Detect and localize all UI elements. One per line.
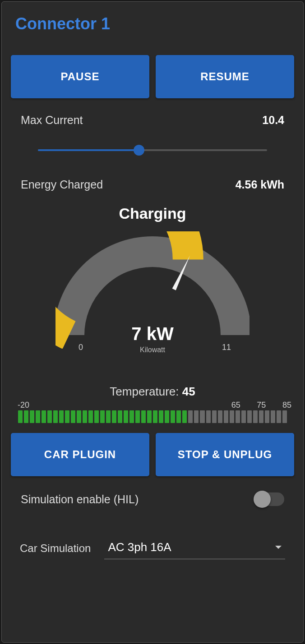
temperature-segment xyxy=(100,410,105,423)
temperature-segment xyxy=(53,410,58,423)
max-current-slider[interactable] xyxy=(38,149,267,151)
sim-enable-label: Simulation enable (HIL) xyxy=(21,493,139,506)
sim-enable-row: Simulation enable (HIL) xyxy=(11,492,294,506)
energy-row: Energy Charged 4.56 kWh xyxy=(11,178,294,191)
temperature-segment xyxy=(18,410,23,423)
temperature-segment xyxy=(176,410,181,423)
temperature-segment xyxy=(112,410,116,423)
temperature-segment xyxy=(200,410,204,423)
temperature-segment xyxy=(212,410,217,423)
temperature-label: Temperature: 45 xyxy=(18,385,287,399)
temperature-segment xyxy=(277,410,281,423)
max-current-row: Max Current 10.4 xyxy=(11,114,294,127)
pause-button[interactable]: PAUSE xyxy=(11,55,149,98)
temperature-segment xyxy=(159,410,163,423)
temperature-value: 45 xyxy=(182,385,195,398)
temperature-tick: 75 xyxy=(257,400,266,410)
temperature-segment xyxy=(30,410,34,423)
gauge-status: Charging xyxy=(11,205,294,222)
temperature-segment xyxy=(265,410,269,423)
temperature-segment xyxy=(124,410,128,423)
gauge-value: 7 kW xyxy=(11,324,294,344)
temperature-segment xyxy=(83,410,87,423)
temperature-segment xyxy=(188,410,193,423)
temperature-segment xyxy=(141,410,146,423)
temperature-segment xyxy=(194,410,199,423)
temperature-tick: 65 xyxy=(231,400,240,410)
temperature-segment xyxy=(153,410,157,423)
gauge-max: 11 xyxy=(222,343,231,352)
temperature-segment xyxy=(224,410,228,423)
max-current-value: 10.4 xyxy=(262,114,284,127)
temperature-segment xyxy=(271,410,275,423)
temperature-segment xyxy=(259,410,263,423)
temperature-segment xyxy=(230,410,234,423)
temperature-bar xyxy=(18,410,287,423)
temperature-segment xyxy=(47,410,52,423)
temperature-segment xyxy=(71,410,75,423)
gauge-min: 0 xyxy=(79,343,83,352)
car-plugin-button[interactable]: CAR PLUGIN xyxy=(11,433,149,476)
temperature-segment xyxy=(135,410,140,423)
temperature-ticks: -20657585 xyxy=(18,400,287,409)
temperature-segment xyxy=(65,410,69,423)
temperature-segment xyxy=(24,410,28,423)
max-current-label: Max Current xyxy=(21,114,83,127)
temperature-segment xyxy=(94,410,99,423)
temperature-segment xyxy=(36,410,40,423)
slider-thumb[interactable] xyxy=(134,145,144,156)
slider-fill xyxy=(38,149,139,151)
temperature-segment xyxy=(77,410,81,423)
plug-button-row: CAR PLUGIN STOP & UNPLUG xyxy=(11,433,294,476)
temperature-segment xyxy=(241,410,246,423)
energy-label: Energy Charged xyxy=(21,178,103,191)
panel-title: Connector 1 xyxy=(15,14,294,33)
connector-panel: Connector 1 PAUSE RESUME Max Current 10.… xyxy=(1,1,304,643)
temperature-segment xyxy=(247,410,252,423)
temperature-segment xyxy=(88,410,93,423)
car-sim-row: Car Simulation AC 3ph 16A xyxy=(11,538,294,559)
toggle-thumb xyxy=(254,491,271,508)
temperature-segment xyxy=(171,410,175,423)
temperature-segment xyxy=(129,410,134,423)
temperature-bar-container: -20657585 xyxy=(18,400,287,423)
gauge-unit: Kilowatt xyxy=(11,346,294,354)
sim-enable-toggle[interactable] xyxy=(254,492,284,506)
temperature-segment xyxy=(206,410,211,423)
car-sim-select[interactable]: AC 3ph 16A xyxy=(104,538,285,559)
temperature-segment xyxy=(218,410,222,423)
temperature-segment xyxy=(42,410,46,423)
temperature-segment xyxy=(182,410,187,423)
max-current-slider-wrap xyxy=(11,127,294,178)
gauge: 7 kW Kilowatt 0 11 xyxy=(11,231,294,358)
temperature-label-prefix: Temperature: xyxy=(110,385,182,398)
temperature-section: Temperature: 45 -20657585 xyxy=(11,385,294,423)
control-button-row: PAUSE RESUME xyxy=(11,55,294,98)
temperature-segment xyxy=(59,410,64,423)
temperature-segment xyxy=(282,410,287,423)
temperature-segment xyxy=(236,410,240,423)
energy-value: 4.56 kWh xyxy=(236,178,284,191)
temperature-segment xyxy=(165,410,169,423)
temperature-tick: 85 xyxy=(282,400,291,410)
temperature-segment xyxy=(147,410,152,423)
chevron-down-icon xyxy=(275,546,282,549)
temperature-segment xyxy=(106,410,111,423)
temperature-tick: -20 xyxy=(18,400,29,410)
temperature-segment xyxy=(253,410,258,423)
car-sim-selected: AC 3ph 16A xyxy=(108,540,171,554)
car-sim-label: Car Simulation xyxy=(20,542,91,555)
resume-button[interactable]: RESUME xyxy=(156,55,294,98)
stop-unplug-button[interactable]: STOP & UNPLUG xyxy=(156,433,294,476)
temperature-segment xyxy=(118,410,122,423)
